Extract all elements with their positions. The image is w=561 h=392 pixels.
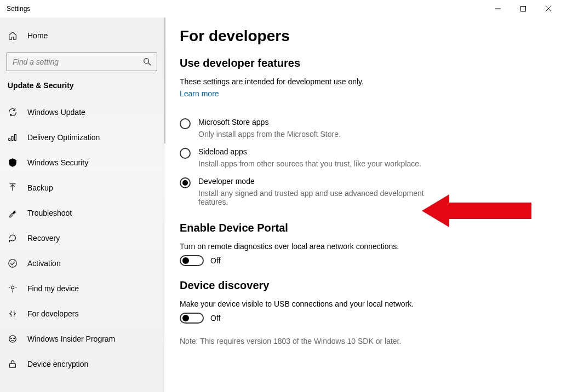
window-title: Settings bbox=[0, 5, 30, 13]
close-button[interactable] bbox=[536, 0, 561, 18]
sidebar-item-device-encryption[interactable]: Device encryption bbox=[0, 351, 164, 377]
radio-label: Developer mode bbox=[198, 177, 428, 186]
search-input[interactable] bbox=[12, 57, 142, 67]
svg-point-15 bbox=[14, 338, 15, 339]
maximize-button[interactable] bbox=[511, 0, 536, 18]
window-controls bbox=[485, 0, 561, 18]
sidebar-item-label: Find my device bbox=[27, 284, 79, 293]
sidebar-item-recovery[interactable]: Recovery bbox=[0, 226, 164, 251]
section-device-portal-title: Enable Device Portal bbox=[180, 222, 546, 234]
radio-label: Microsoft Store apps bbox=[198, 118, 341, 126]
sidebar-item-windows-update[interactable]: Windows Update bbox=[0, 100, 164, 125]
home-icon bbox=[8, 31, 18, 41]
minimize-button[interactable] bbox=[485, 0, 511, 18]
check-circle-icon bbox=[8, 258, 18, 268]
sidebar-item-for-developers[interactable]: For developers bbox=[0, 301, 164, 326]
sidebar-item-label: Troubleshoot bbox=[27, 209, 72, 217]
sidebar-item-label: Recovery bbox=[27, 234, 60, 243]
backup-icon bbox=[8, 183, 18, 193]
insider-icon bbox=[8, 334, 18, 344]
radio-sideload-apps[interactable]: Sideload apps Install apps from other so… bbox=[180, 147, 546, 168]
sidebar-item-troubleshoot[interactable]: Troubleshoot bbox=[0, 200, 164, 226]
sidebar-home-label: Home bbox=[27, 31, 48, 40]
recovery-icon bbox=[8, 233, 18, 243]
device-discovery-note: Note: This requires version 1803 of the … bbox=[180, 337, 546, 345]
sidebar-item-delivery-optimization[interactable]: Delivery Optimization bbox=[0, 125, 164, 150]
section-developer-features-title: Use developer features bbox=[180, 57, 546, 70]
section-developer-features-desc: These settings are intended for developm… bbox=[180, 77, 546, 86]
location-icon bbox=[8, 284, 18, 293]
svg-point-11 bbox=[9, 260, 16, 267]
sidebar-item-find-my-device[interactable]: Find my device bbox=[0, 276, 164, 301]
radio-icon bbox=[180, 148, 191, 159]
svg-point-13 bbox=[9, 336, 16, 343]
sidebar-section-title: Update & Security bbox=[0, 81, 164, 90]
device-discovery-toggle-state: Off bbox=[210, 314, 220, 322]
radio-developer-mode[interactable]: Developer mode Install any signed and tr… bbox=[180, 177, 546, 206]
sidebar-item-label: Windows Security bbox=[27, 158, 88, 167]
search-box[interactable] bbox=[7, 53, 157, 71]
sidebar-item-label: Delivery Optimization bbox=[27, 133, 100, 142]
radio-icon bbox=[180, 118, 191, 129]
developer-mode-options: Microsoft Store apps Only install apps f… bbox=[180, 118, 546, 206]
search-icon bbox=[142, 57, 152, 67]
sidebar-item-windows-insider[interactable]: Windows Insider Program bbox=[0, 326, 164, 351]
radio-microsoft-store-apps[interactable]: Microsoft Store apps Only install apps f… bbox=[180, 118, 546, 139]
svg-rect-7 bbox=[12, 136, 13, 140]
sidebar-item-label: Device encryption bbox=[27, 360, 88, 368]
svg-rect-8 bbox=[15, 135, 16, 141]
radio-icon bbox=[180, 177, 191, 188]
sidebar-item-windows-security[interactable]: Windows Security bbox=[0, 150, 164, 175]
radio-label: Sideload apps bbox=[198, 147, 421, 156]
developer-icon bbox=[8, 309, 18, 319]
radio-description: Install any signed and trusted app and u… bbox=[198, 189, 428, 206]
section-device-discovery-title: Device discovery bbox=[180, 279, 546, 292]
optimization-icon bbox=[8, 132, 18, 142]
device-discovery-toggle[interactable] bbox=[180, 313, 204, 324]
sidebar-item-label: For developers bbox=[27, 309, 78, 318]
main-content: For developers Use developer features Th… bbox=[164, 18, 561, 392]
svg-rect-6 bbox=[9, 139, 10, 141]
sidebar-item-backup[interactable]: Backup bbox=[0, 175, 164, 200]
radio-description: Only install apps from the Microsoft Sto… bbox=[198, 130, 341, 139]
svg-point-12 bbox=[11, 286, 14, 289]
svg-point-4 bbox=[144, 59, 149, 64]
sidebar-home[interactable]: Home bbox=[0, 26, 164, 45]
wrench-icon bbox=[8, 208, 18, 218]
device-portal-toggle-state: Off bbox=[210, 256, 220, 265]
svg-line-5 bbox=[148, 63, 151, 66]
sidebar-item-label: Backup bbox=[27, 183, 53, 192]
sidebar-item-label: Windows Update bbox=[27, 108, 85, 117]
radio-description: Install apps from other sources that you… bbox=[198, 159, 421, 168]
svg-point-14 bbox=[10, 338, 12, 339]
settings-window: Settings Home Update & Security Windows … bbox=[0, 0, 561, 392]
section-device-discovery-desc: Make your device visible to USB connecti… bbox=[180, 299, 546, 308]
sidebar-item-label: Windows Insider Program bbox=[27, 335, 115, 343]
sidebar-item-label: Activation bbox=[27, 259, 61, 268]
sidebar-item-activation[interactable]: Activation bbox=[0, 251, 164, 276]
sidebar: Home Update & Security Windows Update De… bbox=[0, 18, 164, 392]
shield-icon bbox=[8, 158, 18, 168]
svg-rect-16 bbox=[10, 364, 16, 367]
sync-icon bbox=[8, 107, 18, 117]
learn-more-link[interactable]: Learn more bbox=[180, 89, 219, 98]
lock-icon bbox=[8, 359, 18, 369]
section-device-portal-desc: Turn on remote diagnostics over local ar… bbox=[180, 242, 546, 251]
device-portal-toggle[interactable] bbox=[180, 255, 204, 266]
page-title: For developers bbox=[180, 27, 546, 45]
svg-rect-1 bbox=[521, 7, 526, 11]
title-bar: Settings bbox=[0, 0, 561, 18]
scroll-indicator[interactable] bbox=[164, 18, 165, 143]
